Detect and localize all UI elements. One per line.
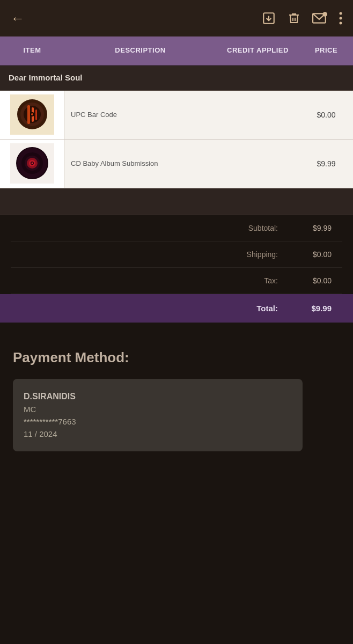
tax-label: Tax: bbox=[235, 276, 278, 285]
svg-point-6 bbox=[340, 22, 342, 25]
payment-card: D.SIRANIDIS MC ***********7663 11 / 2024 bbox=[13, 379, 303, 451]
top-bar-actions bbox=[262, 11, 342, 25]
more-options-button[interactable] bbox=[339, 11, 342, 25]
delete-button[interactable] bbox=[288, 11, 300, 25]
payment-title: Payment Method: bbox=[13, 349, 340, 366]
payment-section: Payment Method: D.SIRANIDIS MC *********… bbox=[0, 323, 353, 467]
section-title-row: Dear Immortal Soul bbox=[0, 65, 353, 91]
shipping-value: $0.00 bbox=[294, 250, 332, 259]
shipping-label: Shipping: bbox=[235, 250, 278, 259]
table-row: CD Baby Album Submission $9.99 bbox=[0, 140, 353, 188]
card-type: MC bbox=[24, 405, 292, 414]
header-description: DESCRIPTION bbox=[64, 36, 216, 65]
subtotal-label: Subtotal: bbox=[235, 224, 278, 232]
item-credit-2 bbox=[216, 155, 299, 172]
svg-rect-11 bbox=[27, 105, 30, 124]
tax-row: Tax: $0.00 bbox=[11, 268, 342, 294]
top-bar: ← bbox=[0, 0, 353, 36]
table-body: UPC Bar Code $0.00 CD Baby Album Submiss… bbox=[0, 91, 353, 188]
total-row: Total: $9.99 bbox=[0, 294, 353, 323]
item-price-1: $0.00 bbox=[299, 102, 353, 128]
email-button[interactable] bbox=[312, 12, 327, 25]
top-bar-left: ← bbox=[11, 10, 25, 27]
svg-point-5 bbox=[340, 17, 342, 20]
item-credit-1 bbox=[216, 106, 299, 123]
shipping-row: Shipping: $0.00 bbox=[11, 241, 342, 268]
total-label: Total: bbox=[256, 304, 278, 313]
item-thumbnail-1 bbox=[0, 91, 64, 139]
header-price: PRICE bbox=[299, 36, 353, 65]
svg-point-4 bbox=[340, 12, 342, 15]
svg-point-25 bbox=[31, 163, 33, 164]
item-thumbnail-2 bbox=[0, 140, 64, 188]
item-description-2: CD Baby Album Submission bbox=[64, 151, 216, 176]
card-name: D.SIRANIDIS bbox=[24, 392, 292, 401]
item-price-2: $9.99 bbox=[299, 151, 353, 177]
subtotal-value: $9.99 bbox=[294, 224, 332, 232]
summary-section: Subtotal: $9.99 Shipping: $0.00 Tax: $0.… bbox=[0, 215, 353, 323]
header-item: ITEM bbox=[0, 36, 64, 65]
table-row: UPC Bar Code $0.00 bbox=[0, 91, 353, 140]
svg-point-3 bbox=[322, 12, 327, 17]
download-button[interactable] bbox=[262, 11, 276, 25]
subtotal-row: Subtotal: $9.99 bbox=[11, 215, 342, 241]
back-button[interactable]: ← bbox=[11, 10, 25, 27]
header-credit-applied: CREDIT APPLIED bbox=[216, 36, 299, 65]
card-expiry: 11 / 2024 bbox=[24, 429, 292, 438]
section-title: Dear Immortal Soul bbox=[9, 73, 83, 82]
svg-point-15 bbox=[31, 113, 33, 115]
card-number: ***********7663 bbox=[24, 417, 292, 426]
tax-value: $0.00 bbox=[294, 276, 332, 285]
total-value: $9.99 bbox=[294, 304, 332, 313]
svg-rect-13 bbox=[35, 109, 37, 120]
item-description-1: UPC Bar Code bbox=[64, 102, 216, 127]
table-header: ITEM DESCRIPTION CREDIT APPLIED PRICE bbox=[0, 36, 353, 65]
spacer-row bbox=[0, 188, 353, 215]
